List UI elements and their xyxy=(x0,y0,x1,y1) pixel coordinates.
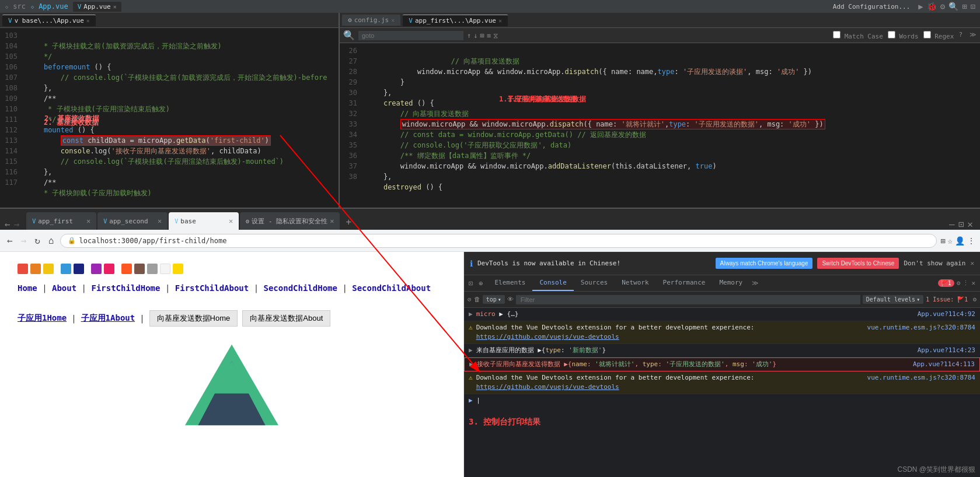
ide-src-label: ⬦ src xyxy=(5,2,26,10)
devtools-console-bar: ⊘ 🗑 top ▾ 👁 Default levels ▾ 1 Issue: 🚩1… xyxy=(464,292,980,308)
settings-icon[interactable]: ⚙ xyxy=(940,2,945,11)
right-tab-config[interactable]: ⚙ config.js ✕ xyxy=(342,15,400,26)
words-label[interactable]: Words xyxy=(888,31,919,40)
close-tab-app-first[interactable]: ✕ xyxy=(86,217,90,225)
forward-btn[interactable]: → xyxy=(19,233,29,248)
wrap-icon[interactable]: ⊞ xyxy=(480,31,484,40)
browser-tab-app-second[interactable]: V app_second ✕ xyxy=(97,212,168,230)
sub-link-home[interactable]: 子应用1Home xyxy=(18,313,67,324)
notif-close-btn[interactable]: ✕ xyxy=(970,259,974,267)
vue-devtools-link-1[interactable]: https://github.com/vuejs/vue-devtools xyxy=(476,333,619,341)
home-btn[interactable]: ⌂ xyxy=(46,233,57,248)
bookmark-icon[interactable]: ☆ xyxy=(948,236,953,245)
nav-second-about[interactable]: SecondChildAbout xyxy=(352,283,431,293)
search-help-icon[interactable]: ? xyxy=(958,31,962,40)
right-tab-app[interactable]: V app_first\...\App.vue ✕ xyxy=(403,15,508,26)
tab-sources[interactable]: Sources xyxy=(574,275,615,291)
row-text-5: Download the Vue Devtools extension for … xyxy=(476,373,864,392)
default-levels-select[interactable]: top ▾ xyxy=(483,295,505,304)
row-expand-4[interactable]: ▶ xyxy=(469,360,473,369)
row-file-1[interactable]: App.vue?11c4:92 xyxy=(918,310,975,319)
devtools-toggle-icon[interactable]: ⊞ xyxy=(940,236,945,245)
arrow-up-icon[interactable]: ↑ xyxy=(467,31,471,40)
restore-btn[interactable]: ⊡ xyxy=(958,219,964,230)
nav-second-home[interactable]: SecondChildHome xyxy=(264,283,337,293)
row-expand-3[interactable]: ▶ xyxy=(469,346,473,355)
tab-console[interactable]: Console xyxy=(532,275,573,291)
close-search-icon[interactable]: ≫ xyxy=(969,31,976,40)
browser-tab-app-first[interactable]: V app_first ✕ xyxy=(26,212,96,230)
watermark: CSDN @笑到世界都很狠 xyxy=(897,465,975,475)
profile-icon[interactable]: 👤 xyxy=(955,236,965,245)
words-check[interactable] xyxy=(888,31,895,38)
console-gear-icon[interactable]: ⚙ xyxy=(972,296,976,303)
collapse-icon[interactable]: ⊡ xyxy=(971,2,975,11)
console-filter-input[interactable] xyxy=(516,295,860,304)
btn-send-about[interactable]: 向基座发送数据About xyxy=(242,310,330,327)
add-configuration-btn[interactable]: Add Configuration... xyxy=(829,2,913,12)
eye-icon[interactable]: 👁 xyxy=(507,296,514,303)
match-case-check[interactable] xyxy=(833,31,841,38)
row-expand-1[interactable]: ▶ xyxy=(469,310,473,319)
regex-label[interactable]: Regex xyxy=(923,31,954,40)
filter-icon[interactable]: ⧖ xyxy=(493,31,498,40)
sub-nav-area: 子应用1Home | 子应用1About | 向基座发送数据Home 向基座发送… xyxy=(18,310,446,327)
switch-devtools-btn[interactable]: Switch DevTools to Chinese xyxy=(817,258,899,269)
always-match-btn[interactable]: Always match Chrome's language xyxy=(716,258,813,269)
devtools-picker[interactable]: ⊕ xyxy=(476,276,485,291)
dont-show-btn[interactable]: Don't show again xyxy=(904,259,965,267)
nav-first-home[interactable]: FirstChildHome xyxy=(91,283,160,293)
browser-tab-base[interactable]: V base ✕ xyxy=(169,212,239,230)
back-btn[interactable]: ← xyxy=(5,233,15,248)
close-tab-app-second[interactable]: ✕ xyxy=(158,217,162,225)
console-prompt[interactable]: ▶ | xyxy=(464,394,980,406)
nav-home[interactable]: Home xyxy=(18,283,37,293)
menu-icon[interactable]: ⋮ xyxy=(967,236,975,245)
devtools-close-icon[interactable]: ✕ xyxy=(971,279,975,287)
close-browser-btn[interactable]: ✕ xyxy=(967,219,973,230)
debug-icon[interactable]: 🐞 xyxy=(927,2,937,11)
nav-links: Home | About | FirstChildHome | FirstChi… xyxy=(18,283,446,293)
address-bar[interactable]: 🔒 localhost:3000/app/first-child/home xyxy=(60,234,937,248)
devtools-more-icon[interactable]: ⋮ xyxy=(962,279,969,287)
devtools-elements-toggle[interactable]: ⊡ xyxy=(466,276,475,291)
more-search-icon[interactable]: ≡ xyxy=(487,31,491,40)
sub-link-about[interactable]: 子应用1About xyxy=(81,313,135,324)
ban-icon[interactable]: ⊘ xyxy=(468,296,472,303)
goto-input[interactable] xyxy=(358,31,463,40)
row-file-5[interactable]: vue.runtime.esm.js?c320:8784 xyxy=(867,373,975,383)
btn-send-home[interactable]: 向基座发送数据Home xyxy=(149,310,238,327)
devtools-more-tabs[interactable]: ≫ xyxy=(749,277,761,289)
regex-check[interactable] xyxy=(923,31,931,38)
left-editor-active-tab[interactable]: V v base\...\App.vue ✕ xyxy=(2,15,96,26)
match-case-label[interactable]: Match Case xyxy=(833,31,883,40)
right-code-content: // 向基项目发送数据 window.microApp && window.mi… xyxy=(362,43,980,208)
nav-about[interactable]: About xyxy=(52,283,76,293)
left-editor-tab[interactable]: V App.vue ✕ xyxy=(73,2,121,12)
vue-devtools-link-2[interactable]: https://github.com/vuejs/vue-devtools xyxy=(476,383,619,391)
tab-label-base: base xyxy=(180,218,196,225)
nav-first-about[interactable]: FirstChildAbout xyxy=(175,283,249,293)
close-tab-base[interactable]: ✕ xyxy=(229,217,233,225)
new-tab-btn[interactable]: + xyxy=(343,214,354,230)
row-file-4[interactable]: App.vue?11c4:113 xyxy=(913,360,975,369)
tab-network[interactable]: Network xyxy=(615,275,655,291)
minimize-btn[interactable]: — xyxy=(949,219,955,230)
forward-tab-btn[interactable]: → xyxy=(14,219,20,230)
run-icon[interactable]: ▶ xyxy=(918,2,923,11)
default-levels[interactable]: Default levels ▾ xyxy=(863,295,923,304)
search-icon[interactable]: 🔍 xyxy=(948,2,958,11)
arrow-down-icon[interactable]: ↓ xyxy=(473,31,477,40)
row-file-2[interactable]: vue.runtime.esm.js?c320:8784 xyxy=(867,323,975,332)
back-tab-btn[interactable]: ← xyxy=(5,219,11,230)
clear-console-icon[interactable]: 🗑 xyxy=(474,296,480,303)
devtools-settings-icon[interactable]: ⚙ xyxy=(957,279,961,287)
tab-elements[interactable]: Elements xyxy=(487,275,532,291)
expand-icon[interactable]: ⊞ xyxy=(962,2,967,11)
tab-performance[interactable]: Performance xyxy=(656,275,713,291)
reload-btn[interactable]: ↻ xyxy=(32,233,43,248)
row-file-3[interactable]: App.vue?11c4:23 xyxy=(918,346,975,355)
browser-tab-settings[interactable]: ⚙ 设置 - 隐私设置和安全性 ✕ xyxy=(240,212,340,230)
close-tab-settings[interactable]: ✕ xyxy=(330,217,334,225)
tab-memory[interactable]: Memory xyxy=(712,275,749,291)
